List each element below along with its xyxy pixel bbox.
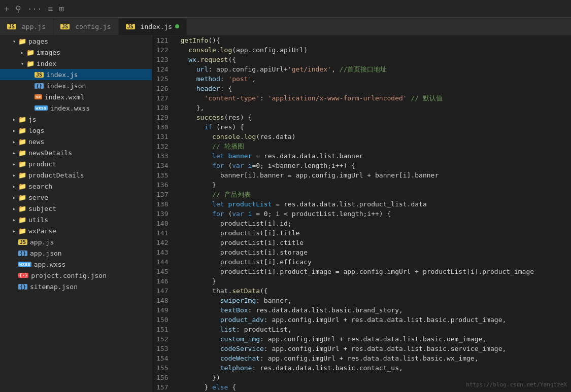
- line-number: 140: [156, 219, 168, 228]
- sidebar-item-app-wxss[interactable]: wxss app.wxss: [0, 259, 152, 270]
- tab-app-js[interactable]: JS app.js: [0, 18, 53, 35]
- folder-icon: 📁: [18, 216, 26, 224]
- line-number: 151: [156, 325, 168, 334]
- code-line: let banner = res.data.data.list.banner: [180, 151, 567, 161]
- sidebar-item-wxparse[interactable]: 📁 wxParse: [0, 225, 152, 236]
- code-line: productList[i].ctitle: [180, 238, 567, 247]
- code-line: getInfo(){: [180, 35, 567, 45]
- code-editor[interactable]: 1211221231241251261271281291301311321331…: [152, 35, 571, 392]
- chevron-icon: [10, 171, 18, 179]
- code-line: // 产品列表: [180, 190, 567, 199]
- code-line: productList[i].storage: [180, 247, 567, 257]
- line-number: 130: [156, 122, 168, 132]
- chevron-icon: [10, 126, 18, 134]
- layout-icon[interactable]: ≡: [48, 4, 53, 14]
- line-number: 132: [156, 141, 168, 151]
- more-icon[interactable]: ···: [27, 4, 42, 14]
- sidebar-item-sitemap-json[interactable]: {} sitemap.json: [0, 281, 152, 292]
- line-number: 148: [156, 296, 168, 305]
- code-line: success(res) {: [180, 113, 567, 122]
- sidebar-item-app-json[interactable]: {} app.json: [0, 247, 152, 259]
- search-icon[interactable]: ⚲: [15, 4, 21, 14]
- code-line: for (var i=0; i<banner.length;i++) {: [180, 161, 567, 170]
- sidebar-item-index-json[interactable]: {} index.json: [0, 80, 152, 91]
- code-line: 'content-type': 'application/x-www-form-…: [180, 93, 567, 103]
- line-number: 136: [156, 180, 168, 190]
- js-badge: JS: [7, 24, 16, 29]
- tab-config-js[interactable]: JS config.js: [53, 18, 119, 35]
- item-label: images: [37, 49, 60, 56]
- tab-label: index.js: [141, 23, 173, 30]
- sidebar-item-images[interactable]: 📁 images: [0, 47, 152, 58]
- sidebar-item-index-wxss[interactable]: wxss index.wxss: [0, 102, 152, 114]
- line-number: 135: [156, 170, 168, 180]
- code-line: wx.request({: [180, 55, 567, 64]
- code-line: console.log(res.data): [180, 132, 567, 141]
- item-label: serve: [28, 194, 48, 201]
- sidebar-item-project-config[interactable]: {·} project.config.json: [0, 270, 152, 281]
- line-number: 142: [156, 238, 168, 247]
- sidebar-item-newsdetails[interactable]: 📁 newsDetails: [0, 147, 152, 158]
- sidebar-item-index-wxml[interactable]: <> index.wxml: [0, 91, 152, 102]
- line-number: 149: [156, 305, 168, 315]
- sidebar-item-serve[interactable]: 📁 serve: [0, 192, 152, 203]
- js-badge: JS: [60, 24, 70, 29]
- item-label: newsDetails: [28, 149, 72, 157]
- item-label: index.wxml: [45, 93, 84, 101]
- item-label: wxParse: [28, 227, 56, 235]
- code-line: // 轮播图: [180, 141, 567, 151]
- code-line: url: app.config.apiUrl+'get/index', //首页…: [180, 64, 567, 74]
- sidebar-item-logs[interactable]: 📁 logs: [0, 125, 152, 136]
- chevron-icon: [10, 37, 18, 45]
- code-line: productList[i].efficacy: [180, 257, 567, 267]
- folder-icon: 📁: [18, 116, 26, 123]
- sidebar-item-index[interactable]: 📁 index: [0, 58, 152, 69]
- code-content: getInfo(){ console.log(app.config.apiUrl…: [176, 35, 571, 392]
- line-number: 145: [156, 267, 168, 276]
- chevron-icon: [10, 193, 18, 201]
- line-number: 121: [156, 35, 168, 45]
- folder-icon: 📁: [18, 171, 26, 179]
- add-icon[interactable]: +: [4, 4, 9, 14]
- line-number: 129: [156, 113, 168, 122]
- tab-index-js[interactable]: JS index.js: [119, 18, 187, 35]
- item-label: pages: [28, 38, 48, 45]
- code-line: },: [180, 103, 567, 113]
- folder-icon: 📁: [18, 149, 26, 157]
- line-number: 128: [156, 103, 168, 113]
- split-icon[interactable]: ⊞: [59, 4, 64, 14]
- sidebar-item-app-js[interactable]: JS app.js: [0, 236, 152, 247]
- tab-bar: JS app.js JS config.js JS index.js: [0, 18, 571, 35]
- sidebar-item-index-js[interactable]: JS index.js: [0, 69, 152, 80]
- item-label: index.js: [46, 71, 78, 79]
- line-numbers: 1211221231241251261271281291301311321331…: [152, 35, 176, 392]
- wxss-file-badge: wxss: [35, 105, 48, 111]
- chevron-icon: [10, 182, 18, 190]
- sidebar-item-news[interactable]: 📁 news: [0, 136, 152, 147]
- sidebar-item-utils[interactable]: 📁 utils: [0, 214, 152, 225]
- item-label: project.config.json: [31, 272, 107, 279]
- item-label: subject: [28, 205, 56, 212]
- code-line: custom_img: app.config.imgUrl + res.data…: [180, 334, 567, 344]
- code-line: let productList = res.data.data.list.pro…: [180, 199, 567, 209]
- sidebar-item-search[interactable]: 📁 search: [0, 181, 152, 192]
- sidebar-item-pages[interactable]: 📁 pages: [0, 35, 152, 47]
- sidebar-item-js[interactable]: 📁 js: [0, 114, 152, 125]
- title-bar: + ⚲ ··· ≡ ⊞: [0, 0, 571, 18]
- sidebar-item-product[interactable]: 📁 product: [0, 158, 152, 169]
- line-number: 150: [156, 315, 168, 325]
- code-line: list: productList,: [180, 325, 567, 334]
- sidebar: 📁 pages 📁 images 📁 index JS index.js {} …: [0, 35, 152, 392]
- item-label: index.wxss: [50, 104, 90, 112]
- item-label: app.wxss: [34, 261, 66, 268]
- chevron-icon: [10, 227, 18, 235]
- item-label: productDetails: [28, 171, 84, 179]
- sidebar-item-subject[interactable]: 📁 subject: [0, 203, 152, 214]
- item-label: index: [37, 60, 56, 67]
- code-line: textBox: res.data.data.list.basic.brand_…: [180, 305, 567, 315]
- chevron-icon: [10, 204, 18, 212]
- line-number: 131: [156, 132, 168, 141]
- code-line: method: 'post',: [180, 74, 567, 84]
- sidebar-item-productdetails[interactable]: 📁 productDetails: [0, 169, 152, 181]
- code-line: swiperImg: banner,: [180, 296, 567, 305]
